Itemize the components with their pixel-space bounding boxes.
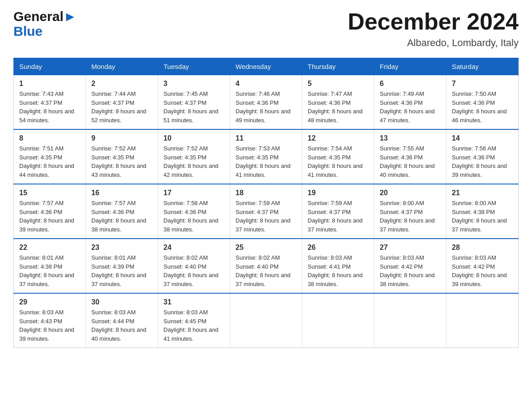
location: Albaredo, Lombardy, Italy xyxy=(348,37,519,49)
day-number: 15 xyxy=(19,189,80,197)
calendar-cell xyxy=(302,293,374,348)
header-tuesday: Tuesday xyxy=(158,58,230,75)
calendar-cell: 27Sunrise: 8:03 AMSunset: 4:42 PMDayligh… xyxy=(374,239,446,293)
day-number: 17 xyxy=(163,189,224,197)
day-info: Sunrise: 7:57 AMSunset: 4:36 PMDaylight:… xyxy=(19,199,80,234)
day-info: Sunrise: 7:59 AMSunset: 4:37 PMDaylight:… xyxy=(236,199,296,234)
day-info: Sunrise: 8:03 AMSunset: 4:43 PMDaylight:… xyxy=(19,308,80,343)
calendar-cell: 14Sunrise: 7:56 AMSunset: 4:36 PMDayligh… xyxy=(446,129,519,184)
day-info: Sunrise: 7:44 AMSunset: 4:37 PMDaylight:… xyxy=(91,90,152,124)
day-info: Sunrise: 8:02 AMSunset: 4:40 PMDaylight:… xyxy=(236,253,296,288)
day-number: 27 xyxy=(380,244,441,252)
day-info: Sunrise: 8:02 AMSunset: 4:40 PMDaylight:… xyxy=(163,253,224,288)
day-info: Sunrise: 7:51 AMSunset: 4:35 PMDaylight:… xyxy=(19,144,80,179)
day-number: 9 xyxy=(91,134,152,142)
day-info: Sunrise: 7:58 AMSunset: 4:36 PMDaylight:… xyxy=(163,199,224,234)
calendar-week-row: 29Sunrise: 8:03 AMSunset: 4:43 PMDayligh… xyxy=(14,293,519,348)
calendar-cell: 20Sunrise: 8:00 AMSunset: 4:37 PMDayligh… xyxy=(374,184,446,239)
calendar-cell: 13Sunrise: 7:55 AMSunset: 4:36 PMDayligh… xyxy=(374,129,446,184)
logo: General ► Blue xyxy=(13,9,77,39)
calendar-week-row: 22Sunrise: 8:01 AMSunset: 4:38 PMDayligh… xyxy=(14,239,519,293)
day-info: Sunrise: 7:55 AMSunset: 4:36 PMDaylight:… xyxy=(380,144,441,179)
day-info: Sunrise: 7:53 AMSunset: 4:35 PMDaylight:… xyxy=(236,144,296,179)
header-thursday: Thursday xyxy=(302,58,374,75)
calendar-cell: 31Sunrise: 8:03 AMSunset: 4:45 PMDayligh… xyxy=(158,293,230,348)
calendar-header-row: SundayMondayTuesdayWednesdayThursdayFrid… xyxy=(14,58,519,75)
calendar-cell: 11Sunrise: 7:53 AMSunset: 4:35 PMDayligh… xyxy=(230,129,302,184)
day-number: 7 xyxy=(452,80,513,88)
calendar-cell: 16Sunrise: 7:57 AMSunset: 4:36 PMDayligh… xyxy=(86,184,158,239)
day-info: Sunrise: 8:00 AMSunset: 4:38 PMDaylight:… xyxy=(452,199,513,234)
header-monday: Monday xyxy=(86,58,158,75)
logo-general: General xyxy=(13,9,64,24)
day-info: Sunrise: 7:50 AMSunset: 4:36 PMDaylight:… xyxy=(452,90,513,124)
calendar-week-row: 8Sunrise: 7:51 AMSunset: 4:35 PMDaylight… xyxy=(14,129,519,184)
day-info: Sunrise: 8:01 AMSunset: 4:38 PMDaylight:… xyxy=(19,253,80,288)
calendar-cell: 24Sunrise: 8:02 AMSunset: 4:40 PMDayligh… xyxy=(158,239,230,293)
day-info: Sunrise: 7:54 AMSunset: 4:35 PMDaylight:… xyxy=(308,144,369,179)
day-info: Sunrise: 8:01 AMSunset: 4:39 PMDaylight:… xyxy=(91,253,152,288)
calendar-cell: 4Sunrise: 7:46 AMSunset: 4:36 PMDaylight… xyxy=(230,75,302,130)
day-number: 14 xyxy=(452,134,513,142)
day-number: 22 xyxy=(19,244,80,252)
day-info: Sunrise: 8:03 AMSunset: 4:41 PMDaylight:… xyxy=(308,253,369,288)
day-number: 1 xyxy=(19,80,80,88)
header-saturday: Saturday xyxy=(446,58,519,75)
day-number: 11 xyxy=(236,134,296,142)
calendar-cell xyxy=(446,293,519,348)
calendar-cell: 15Sunrise: 7:57 AMSunset: 4:36 PMDayligh… xyxy=(14,184,86,239)
calendar-week-row: 1Sunrise: 7:43 AMSunset: 4:37 PMDaylight… xyxy=(14,75,519,130)
calendar-cell: 12Sunrise: 7:54 AMSunset: 4:35 PMDayligh… xyxy=(302,129,374,184)
page-header: General ► Blue December 2024 Albaredo, L… xyxy=(13,9,519,49)
day-info: Sunrise: 7:43 AMSunset: 4:37 PMDaylight:… xyxy=(19,90,80,124)
calendar-cell: 25Sunrise: 8:02 AMSunset: 4:40 PMDayligh… xyxy=(230,239,302,293)
day-number: 3 xyxy=(163,80,224,88)
day-number: 2 xyxy=(91,80,152,88)
day-number: 29 xyxy=(19,298,80,306)
header-wednesday: Wednesday xyxy=(230,58,302,75)
title-section: December 2024 Albaredo, Lombardy, Italy xyxy=(348,9,519,49)
calendar-cell: 26Sunrise: 8:03 AMSunset: 4:41 PMDayligh… xyxy=(302,239,374,293)
day-number: 12 xyxy=(308,134,369,142)
calendar-cell xyxy=(230,293,302,348)
calendar-cell: 8Sunrise: 7:51 AMSunset: 4:35 PMDaylight… xyxy=(14,129,86,184)
calendar-cell: 28Sunrise: 8:03 AMSunset: 4:42 PMDayligh… xyxy=(446,239,519,293)
day-info: Sunrise: 7:45 AMSunset: 4:37 PMDaylight:… xyxy=(163,90,224,124)
calendar-cell: 3Sunrise: 7:45 AMSunset: 4:37 PMDaylight… xyxy=(158,75,230,130)
calendar-week-row: 15Sunrise: 7:57 AMSunset: 4:36 PMDayligh… xyxy=(14,184,519,239)
day-info: Sunrise: 7:47 AMSunset: 4:36 PMDaylight:… xyxy=(308,90,369,124)
day-info: Sunrise: 7:52 AMSunset: 4:35 PMDaylight:… xyxy=(91,144,152,179)
day-info: Sunrise: 7:46 AMSunset: 4:36 PMDaylight:… xyxy=(236,90,296,124)
day-number: 31 xyxy=(163,298,224,306)
day-info: Sunrise: 8:03 AMSunset: 4:42 PMDaylight:… xyxy=(380,253,441,288)
day-number: 26 xyxy=(308,244,369,252)
calendar-cell: 7Sunrise: 7:50 AMSunset: 4:36 PMDaylight… xyxy=(446,75,519,130)
day-number: 20 xyxy=(380,189,441,197)
month-title: December 2024 xyxy=(348,9,519,34)
day-number: 8 xyxy=(19,134,80,142)
day-info: Sunrise: 7:57 AMSunset: 4:36 PMDaylight:… xyxy=(91,199,152,234)
day-info: Sunrise: 7:56 AMSunset: 4:36 PMDaylight:… xyxy=(452,144,513,179)
day-number: 10 xyxy=(163,134,224,142)
calendar-cell: 6Sunrise: 7:49 AMSunset: 4:36 PMDaylight… xyxy=(374,75,446,130)
calendar-cell: 2Sunrise: 7:44 AMSunset: 4:37 PMDaylight… xyxy=(86,75,158,130)
day-info: Sunrise: 8:03 AMSunset: 4:42 PMDaylight:… xyxy=(452,253,513,288)
day-number: 18 xyxy=(236,189,296,197)
day-info: Sunrise: 7:59 AMSunset: 4:37 PMDaylight:… xyxy=(308,199,369,234)
day-number: 6 xyxy=(380,80,441,88)
calendar-cell: 1Sunrise: 7:43 AMSunset: 4:37 PMDaylight… xyxy=(14,75,86,130)
calendar-cell xyxy=(374,293,446,348)
header-friday: Friday xyxy=(374,58,446,75)
calendar-cell: 21Sunrise: 8:00 AMSunset: 4:38 PMDayligh… xyxy=(446,184,519,239)
calendar-cell: 5Sunrise: 7:47 AMSunset: 4:36 PMDaylight… xyxy=(302,75,374,130)
day-number: 21 xyxy=(452,189,513,197)
calendar-cell: 10Sunrise: 7:52 AMSunset: 4:35 PMDayligh… xyxy=(158,129,230,184)
calendar-table: SundayMondayTuesdayWednesdayThursdayFrid… xyxy=(13,58,519,348)
logo-arrow-icon: ► xyxy=(64,9,77,24)
day-number: 13 xyxy=(380,134,441,142)
day-info: Sunrise: 7:49 AMSunset: 4:36 PMDaylight:… xyxy=(380,90,441,124)
day-number: 23 xyxy=(91,244,152,252)
calendar-cell: 23Sunrise: 8:01 AMSunset: 4:39 PMDayligh… xyxy=(86,239,158,293)
day-info: Sunrise: 8:03 AMSunset: 4:44 PMDaylight:… xyxy=(91,308,152,343)
day-info: Sunrise: 7:52 AMSunset: 4:35 PMDaylight:… xyxy=(163,144,224,179)
